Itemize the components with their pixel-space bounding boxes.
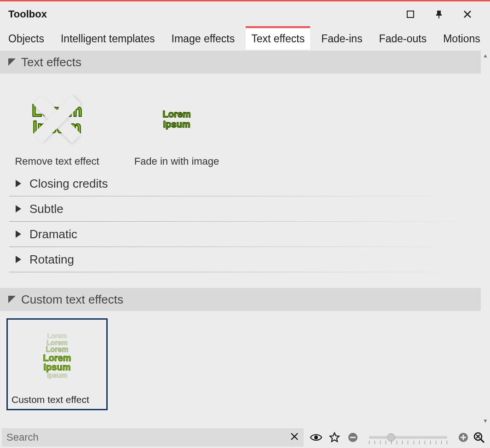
section-header-text-effects[interactable]: Text effects [0, 51, 481, 74]
category-dramatic[interactable]: Dramatic [6, 222, 475, 247]
svg-marker-7 [16, 230, 21, 238]
cross-icon [29, 92, 85, 147]
zoom-out-icon[interactable] [347, 431, 359, 443]
custom-effect-preview: Lorem Lorem Lorem Lorem Ipsum Ipsum [8, 320, 106, 391]
scroll-down-icon[interactable]: ▼ [483, 418, 488, 424]
sample-text: Lorem Lorem Lorem Lorem Ipsum Ipsum [43, 333, 71, 379]
chevron-right-icon [16, 256, 22, 263]
slider-ticks [369, 441, 447, 444]
svg-marker-9 [8, 296, 16, 303]
zoom-fit-icon[interactable] [472, 431, 486, 444]
custom-effect-label: Custom text effect [8, 391, 106, 409]
tab-objects[interactable]: Objects [3, 28, 50, 50]
chevron-down-icon [8, 296, 16, 303]
vertical-scrollbar[interactable]: ▲ ▼ [481, 51, 490, 426]
search-input[interactable] [6, 431, 288, 443]
chevron-right-icon [16, 180, 22, 187]
effect-preview-remove: LoremIpsum [6, 85, 108, 154]
tab-fade-ins[interactable]: Fade-ins [316, 28, 368, 50]
effect-preview-fade: LoremIpsum [126, 85, 227, 154]
svg-rect-2 [436, 14, 442, 16]
close-icon[interactable] [453, 5, 482, 23]
effect-label: Fade in with image [134, 155, 219, 167]
tab-fade-outs[interactable]: Fade-outs [374, 28, 432, 50]
svg-rect-3 [438, 16, 439, 18]
chevron-right-icon [16, 205, 22, 213]
section-header-custom[interactable]: Custom text effects [0, 288, 481, 311]
main-panel: Text effects LoremIpsum Remove text effe… [0, 51, 481, 426]
svg-rect-15 [463, 435, 464, 440]
chevron-down-icon [8, 58, 16, 66]
custom-effect-item[interactable]: Lorem Lorem Lorem Lorem Ipsum Ipsum Cust… [6, 318, 108, 410]
category-label: Dramatic [29, 227, 77, 241]
effect-gallery: LoremIpsum Remove text effect LoremIpsum… [0, 74, 481, 171]
effect-label: Remove text effect [15, 155, 99, 167]
category-subtle[interactable]: Subtle [6, 196, 475, 221]
clear-icon[interactable] [288, 431, 301, 444]
svg-rect-12 [350, 437, 356, 438]
maximize-icon[interactable] [396, 5, 425, 23]
section-title-custom: Custom text effects [21, 293, 123, 307]
titlebar: Toolbox [0, 1, 490, 27]
category-label: Closing credits [29, 177, 108, 191]
effect-item-remove[interactable]: LoremIpsum Remove text effect [6, 85, 108, 167]
chevron-right-icon [16, 230, 22, 238]
star-icon[interactable] [329, 431, 340, 443]
footer-tools [310, 431, 469, 443]
zoom-in-icon[interactable] [457, 431, 469, 443]
footer-bar [0, 426, 490, 448]
scroll-up-icon[interactable]: ▲ [483, 52, 488, 59]
section-title-text-effects: Text effects [21, 55, 81, 69]
effect-item-fade-in-with-image[interactable]: LoremIpsum Fade in with image [126, 85, 227, 167]
svg-rect-0 [407, 11, 414, 17]
custom-gallery: Lorem Lorem Lorem Lorem Ipsum Ipsum Cust… [0, 311, 481, 418]
search-box[interactable] [2, 428, 304, 447]
svg-marker-6 [16, 205, 21, 213]
tab-intelligent-templates[interactable]: Intelligent templates [55, 28, 161, 50]
window-title: Toolbox [8, 8, 47, 20]
category-label: Rotating [29, 253, 74, 267]
category-rotating[interactable]: Rotating [6, 247, 475, 272]
svg-point-10 [314, 436, 318, 439]
tab-text-effects[interactable]: Text effects [246, 28, 310, 50]
svg-marker-8 [16, 256, 21, 263]
tab-image-effects[interactable]: Image effects [166, 28, 241, 50]
sample-text: LoremIpsum [162, 109, 190, 129]
category-closing-credits[interactable]: Closing credits [6, 171, 475, 196]
svg-rect-1 [437, 11, 441, 14]
eye-icon[interactable] [310, 431, 322, 443]
tab-motions[interactable]: Motions [438, 28, 486, 50]
category-label: Subtle [29, 202, 63, 216]
svg-marker-5 [16, 180, 21, 187]
tab-strip: Objects Intelligent templates Image effe… [0, 27, 490, 51]
pin-icon[interactable] [425, 5, 453, 23]
svg-marker-4 [8, 58, 16, 66]
zoom-slider[interactable] [369, 436, 447, 439]
